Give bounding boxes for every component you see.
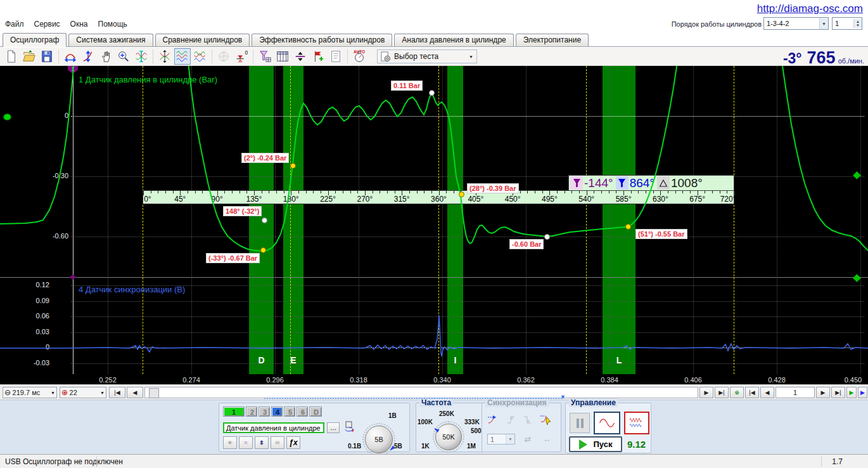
measurement-annotation[interactable]: (51°) -0.55 Bar xyxy=(635,229,687,239)
measurement-annotation[interactable]: (2°) -0.24 Bar xyxy=(241,153,289,163)
tab-1[interactable]: Осциллограф xyxy=(3,33,67,47)
channel-button-D[interactable]: D xyxy=(309,406,322,417)
auto-measure-button[interactable]: AUTO xyxy=(351,48,367,65)
tab-6[interactable]: Электропитание xyxy=(516,34,589,46)
horizontal-scrollbar[interactable] xyxy=(144,387,698,398)
channel-button-3[interactable]: 3 xyxy=(258,406,270,417)
marker-dot-white[interactable] xyxy=(429,90,435,96)
split-view-button[interactable] xyxy=(292,48,309,65)
tab-3[interactable]: Сравнение цилиндров xyxy=(155,34,250,46)
measurement-annotation[interactable]: (28°) -0.39 Bar xyxy=(467,183,519,193)
panel-collapse-icon[interactable]: ▼ xyxy=(560,394,566,400)
add-page-button[interactable]: ⊕ xyxy=(730,387,744,398)
save-button[interactable] xyxy=(39,48,55,65)
page-forward-button[interactable]: ▶ xyxy=(816,387,830,398)
chevron-down-icon[interactable]: ▼ xyxy=(819,18,828,29)
new-file-button[interactable] xyxy=(3,48,20,65)
menu-item-3[interactable]: Окна xyxy=(70,20,88,29)
sample-count-select[interactable]: ⊕ 22 ▼ xyxy=(60,387,106,398)
chevron-down-icon[interactable]: ▼ xyxy=(51,391,55,395)
horizontal-scale-button[interactable] xyxy=(62,48,79,65)
degree-ruler[interactable]: 0°45°90°135°180°225°270°315°360°405°450°… xyxy=(143,190,734,204)
go-first-button[interactable]: |◀ xyxy=(109,387,125,398)
firing-order-select[interactable]: 1-3-4-2 ▼ xyxy=(763,17,829,30)
tab-4[interactable]: Эффективность работы цилиндров xyxy=(252,34,392,46)
cylinder1-marker[interactable]: 1 xyxy=(68,66,78,74)
signal-setup-button[interactable] xyxy=(133,48,150,65)
channel-button-2[interactable]: 2 xyxy=(246,406,257,417)
page-last-button[interactable]: ▶| xyxy=(831,387,845,398)
marker-dot-yellow[interactable] xyxy=(459,192,464,197)
add-flag-button[interactable] xyxy=(310,48,326,65)
waveform-mode-button[interactable] xyxy=(239,436,253,449)
marker-dot-white[interactable] xyxy=(262,218,267,223)
start-button[interactable]: Пуск xyxy=(569,436,622,452)
filter-button[interactable] xyxy=(257,48,273,65)
ch1-zero-marker[interactable] xyxy=(3,114,11,120)
sync-channel-select[interactable]: 1 ▼ xyxy=(487,434,515,445)
test-select[interactable]: Выбор теста ▼ xyxy=(377,49,477,63)
waves-overlay-button[interactable] xyxy=(174,48,191,65)
sync-cursor-icon[interactable] xyxy=(539,413,554,426)
function-button[interactable]: ƒx xyxy=(286,436,300,449)
sensor-browse-button[interactable]: … xyxy=(327,422,340,433)
menu-item-2[interactable]: Сервис xyxy=(34,20,60,29)
marker-dot-yellow[interactable] xyxy=(260,247,266,253)
measurement-annotation[interactable]: 148° (-32°) xyxy=(223,206,262,216)
vertical-scale-button[interactable] xyxy=(80,48,96,65)
step-forward-button[interactable]: ▶ xyxy=(699,387,713,398)
table-view-button[interactable] xyxy=(274,48,291,65)
measurement-annotation[interactable]: (-33°) -0.67 Bar xyxy=(206,253,260,263)
channel-button-1[interactable]: 1 xyxy=(223,406,245,417)
scrollbar-thumb[interactable] xyxy=(149,388,159,398)
page-first-button[interactable]: |◀ xyxy=(745,387,759,398)
cylinder-spinner[interactable]: 1 ▲▼ xyxy=(832,17,862,30)
sensor-name-input[interactable] xyxy=(223,422,324,433)
zero-level-button[interactable]: 0 xyxy=(233,48,250,65)
voltage-knob[interactable]: 5В xyxy=(365,426,393,453)
measurement-annotation[interactable]: 0.11 Bar xyxy=(391,81,423,91)
notes-button[interactable] xyxy=(328,48,344,65)
oscilloscope-display[interactable]: DEIL0.2520.2740.2960.3180.3400.3620.3840… xyxy=(0,66,868,384)
chevron-down-icon[interactable]: ▼ xyxy=(506,434,514,444)
go-last-button[interactable]: ▶| xyxy=(715,387,729,398)
tab-2[interactable]: Система зажигания xyxy=(68,34,153,46)
chevron-down-icon[interactable]: ▼ xyxy=(469,55,476,59)
page-back-button[interactable]: ◀ xyxy=(760,387,774,398)
ruler-tick xyxy=(520,191,521,193)
frequency-knob[interactable]: 50K xyxy=(435,424,462,450)
marker-dot-white[interactable] xyxy=(544,234,550,240)
sync-rising-edge-icon[interactable] xyxy=(486,413,501,426)
spinner-arrows-icon[interactable]: ▲▼ xyxy=(853,19,862,28)
hand-tool-button[interactable] xyxy=(98,48,114,65)
waves-separate-button[interactable] xyxy=(192,48,208,65)
single-mode-button[interactable] xyxy=(594,412,620,434)
step-back-button[interactable]: ◀ xyxy=(127,387,143,398)
channel-button-5[interactable]: 5 xyxy=(284,406,295,417)
time-scale-select[interactable]: ⊖ 219.7 мс ▼ xyxy=(3,387,57,398)
marker-dot-yellow[interactable] xyxy=(290,163,296,169)
menu-item-1[interactable]: Файл xyxy=(5,20,24,29)
measurement-annotation[interactable]: -0.60 Bar xyxy=(509,239,544,249)
zoom-in-icon[interactable]: ⊕ xyxy=(61,389,68,396)
channel-button-4[interactable]: 4 xyxy=(271,406,283,417)
zoom-out-icon[interactable]: ⊖ xyxy=(4,389,11,396)
chevron-down-icon[interactable]: ▼ xyxy=(100,391,105,395)
marker-dot-yellow[interactable] xyxy=(625,224,631,230)
open-file-button[interactable] xyxy=(21,48,37,65)
play-blue-button[interactable]: ▶ xyxy=(858,387,867,398)
menu-item-4[interactable]: Помощь xyxy=(98,20,127,29)
grid-lines-button[interactable] xyxy=(271,436,284,449)
channel-button-6[interactable]: 6 xyxy=(297,406,308,417)
scale-updown-button[interactable] xyxy=(255,436,269,449)
play-green-button[interactable]: ▶ xyxy=(846,387,857,398)
website-link[interactable]: http://diamag-osc.com xyxy=(757,3,863,15)
zoom-tool-button[interactable] xyxy=(115,48,132,65)
tab-5[interactable]: Анализ давления в цилиндре xyxy=(394,34,513,46)
markers-cross-button[interactable] xyxy=(156,48,173,65)
continuous-mode-button[interactable] xyxy=(624,412,649,434)
probe-rotate-icon[interactable] xyxy=(343,420,355,434)
visibility-eye-button[interactable] xyxy=(223,436,237,449)
trigger-marker-line xyxy=(73,66,73,374)
toolbar: AUTO 0 AUTO Выбор теста ▼ xyxy=(0,48,868,66)
